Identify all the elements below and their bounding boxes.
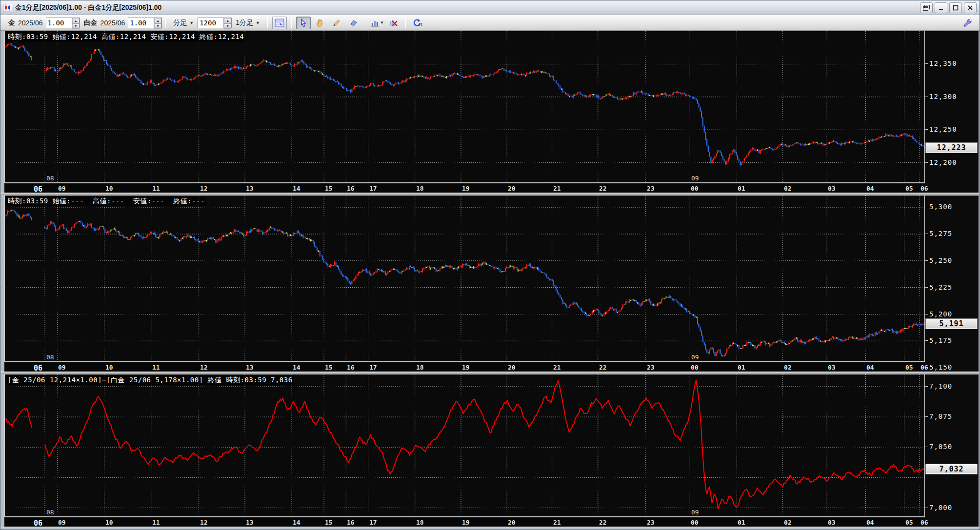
time-label: 22 bbox=[599, 519, 607, 526]
refresh-button[interactable]: R bbox=[410, 17, 425, 29]
time-label: 01 bbox=[738, 185, 745, 192]
time-label: 13 bbox=[246, 364, 254, 371]
gold-ratio-input[interactable] bbox=[46, 18, 72, 28]
time-label: 16 bbox=[347, 519, 355, 526]
spread-time-axis: 0609101112131415161718192021222300010203… bbox=[4, 517, 925, 528]
last-price-tag: 7,032 bbox=[925, 464, 978, 474]
time-label: 23 bbox=[647, 364, 655, 371]
spin-down-icon[interactable]: ▼ bbox=[154, 23, 161, 29]
spin-up-icon[interactable]: ▲ bbox=[224, 18, 231, 23]
y-axis-label: 5,200 bbox=[929, 310, 952, 318]
time-label: 13 bbox=[246, 185, 254, 192]
spread-line bbox=[5, 374, 924, 516]
toolbar-separator bbox=[165, 18, 166, 28]
time-label: 20 bbox=[508, 519, 516, 526]
new-window-icon bbox=[923, 5, 930, 11]
time-label: 15 bbox=[325, 519, 333, 526]
svg-text:R: R bbox=[419, 22, 422, 27]
bar-count-spin-buttons[interactable]: ▲▼ bbox=[223, 18, 231, 28]
gold-plot-area[interactable]: 時刻:03:59 始値:12,214 高値:12,214 安値:12,214 終… bbox=[4, 31, 925, 183]
time-label: 21 bbox=[553, 519, 561, 526]
time-label: 10 bbox=[105, 185, 113, 192]
platinum-month-label: 2025/06 bbox=[100, 19, 125, 27]
chart-grid-icon bbox=[275, 19, 284, 27]
bar-count-spinner[interactable]: ▲▼ bbox=[198, 18, 232, 28]
new-window-button[interactable] bbox=[920, 2, 933, 13]
y-axis-label: 5,275 bbox=[929, 230, 952, 237]
eraser-tool-button[interactable] bbox=[346, 17, 360, 29]
time-label: 19 bbox=[462, 364, 470, 371]
platinum-ratio-spin-buttons[interactable]: ▲▼ bbox=[154, 18, 161, 28]
minimize-button[interactable] bbox=[935, 2, 947, 13]
toolbar-separator bbox=[405, 18, 406, 28]
gold-ratio-spinner[interactable]: ▲▼ bbox=[46, 18, 80, 28]
close-button[interactable] bbox=[964, 2, 977, 13]
time-label: 11 bbox=[152, 185, 160, 192]
platinum-ratio-input[interactable] bbox=[128, 18, 154, 28]
platinum-ratio-spinner[interactable]: ▲▼ bbox=[128, 18, 162, 28]
time-label: 19 bbox=[462, 519, 470, 526]
time-label: 19 bbox=[462, 185, 470, 192]
cursor-icon bbox=[300, 19, 307, 27]
pencil-tool-button[interactable] bbox=[329, 17, 344, 29]
time-label: 06 bbox=[920, 364, 928, 371]
title-bar[interactable]: 金1分足[2025/06]1.00 - 白金1分足[2025/06]1.00 bbox=[0, 0, 980, 15]
maximize-button[interactable] bbox=[949, 2, 962, 13]
bar-type-dropdown[interactable]: 分足 ▼ bbox=[171, 18, 196, 28]
time-label: 22 bbox=[599, 364, 607, 371]
chart-settings-button[interactable] bbox=[272, 17, 287, 29]
spin-up-icon[interactable]: ▲ bbox=[154, 18, 161, 23]
time-label: 17 bbox=[369, 364, 377, 371]
bar-count-input[interactable] bbox=[198, 18, 223, 28]
chart-delete-icon bbox=[389, 19, 398, 27]
time-label: 09 bbox=[58, 364, 66, 371]
y-axis-label: 12,250 bbox=[929, 125, 957, 133]
gold-ratio-spin-buttons[interactable]: ▲▼ bbox=[72, 18, 80, 28]
settings-wrench-button[interactable] bbox=[960, 17, 975, 29]
time-label: 04 bbox=[866, 185, 874, 192]
spin-up-icon[interactable]: ▲ bbox=[72, 18, 80, 23]
remove-chart-button[interactable] bbox=[386, 17, 401, 29]
spin-down-icon[interactable]: ▼ bbox=[72, 23, 80, 29]
time-label: 02 bbox=[784, 364, 792, 371]
y-axis-label: 5,175 bbox=[929, 336, 952, 344]
time-label: 11 bbox=[152, 519, 160, 526]
time-label: 09 bbox=[58, 185, 66, 192]
gold-candles bbox=[5, 31, 924, 182]
y-axis-label: 7,050 bbox=[929, 443, 952, 451]
gold-info-line: 時刻:03:59 始値:12,214 高値:12,214 安値:12,214 終… bbox=[6, 32, 245, 42]
platinum-info-line: 時刻:03:59 始値:--- 高値:--- 安値:--- 終値:--- bbox=[6, 196, 206, 206]
platinum-chart-panel: 時刻:03:59 始値:--- 高値:--- 安値:--- 終値:--- 080… bbox=[4, 195, 979, 372]
gold-time-axis: 0609101112131415161718192021222300010203… bbox=[4, 183, 925, 194]
time-label: 05 bbox=[905, 185, 913, 192]
window-title: 金1分足[2025/06]1.00 - 白金1分足[2025/06]1.00 bbox=[15, 3, 161, 12]
refresh-icon: R bbox=[413, 19, 422, 27]
close-icon bbox=[967, 5, 973, 11]
y-axis-label: 7,000 bbox=[929, 504, 952, 511]
time-label: 23 bbox=[647, 185, 655, 192]
time-label: 10 bbox=[105, 519, 113, 526]
platinum-plot-area[interactable]: 時刻:03:59 始値:--- 高値:--- 安値:--- 終値:--- 080… bbox=[4, 195, 925, 362]
time-label: 06 bbox=[920, 185, 928, 192]
hand-tool-button[interactable] bbox=[313, 17, 327, 29]
spread-plot-area[interactable]: [金 25/06 12,214×1.00]−[白金 25/06 5,178×1.… bbox=[4, 374, 925, 517]
time-label: 03 bbox=[828, 364, 836, 371]
time-label: 02 bbox=[784, 185, 792, 192]
time-label: 16 bbox=[347, 364, 355, 371]
time-label: 11 bbox=[152, 364, 160, 371]
spin-down-icon[interactable]: ▼ bbox=[224, 23, 231, 29]
time-label: 05 bbox=[905, 519, 913, 526]
y-axis-label: 12,300 bbox=[929, 93, 957, 100]
chevron-down-icon: ▼ bbox=[256, 20, 260, 25]
interval-dropdown[interactable]: 1分足 ▼ bbox=[234, 18, 262, 28]
date-label: 08 bbox=[46, 353, 54, 361]
chart-style-dropdown-button[interactable]: ▼ bbox=[370, 17, 384, 29]
cursor-tool-button[interactable] bbox=[296, 17, 311, 29]
gold-month-label: 2025/06 bbox=[18, 19, 43, 27]
platinum-symbol-label: 白金 bbox=[84, 19, 98, 27]
time-label: 09 bbox=[58, 519, 66, 526]
interval-label: 1分足 bbox=[236, 19, 253, 27]
time-label: 12 bbox=[200, 519, 208, 526]
time-label: 12 bbox=[200, 185, 208, 192]
time-label: 03 bbox=[828, 185, 836, 192]
